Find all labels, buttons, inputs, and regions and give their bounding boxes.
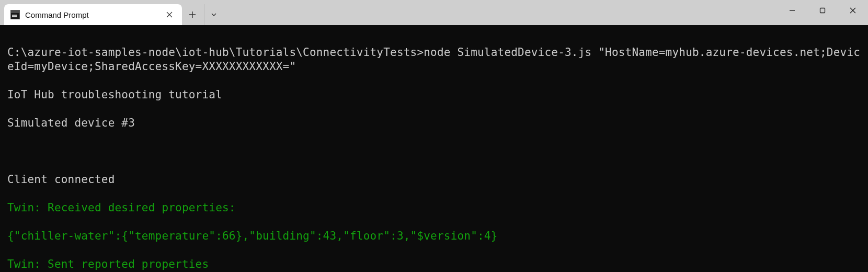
close-icon — [849, 7, 856, 14]
new-tab-button[interactable] — [182, 4, 203, 25]
terminal-line-twin-sent: Twin: Sent reported properties — [7, 257, 861, 271]
terminal-line-twin-json: {"chiller-water":{"temperature":66},"bui… — [7, 229, 861, 243]
command-prompt-icon — [10, 10, 20, 19]
close-window-button[interactable] — [838, 0, 868, 21]
terminal-line: Client connected — [7, 173, 861, 187]
close-icon — [166, 12, 173, 18]
titlebar: Command Prompt — [0, 0, 868, 25]
terminal-line: Simulated device #3 — [7, 116, 861, 130]
tab-close-button[interactable] — [163, 8, 176, 21]
terminal-output[interactable]: C:\azure-iot-samples-node\iot-hub\Tutori… — [0, 25, 868, 272]
terminal-line: IoT Hub troubleshooting tutorial — [7, 88, 861, 102]
minimize-button[interactable] — [777, 0, 807, 21]
tab-command-prompt[interactable]: Command Prompt — [4, 4, 182, 25]
minimize-icon — [789, 7, 796, 14]
terminal-command-line: C:\azure-iot-samples-node\iot-hub\Tutori… — [7, 46, 861, 74]
maximize-button[interactable] — [807, 0, 838, 21]
svg-rect-0 — [820, 8, 825, 13]
plus-icon — [189, 11, 196, 18]
terminal-line-twin-received: Twin: Received desired properties: — [7, 201, 861, 215]
chevron-down-icon — [211, 12, 217, 18]
window-controls — [777, 0, 868, 25]
terminal-blank-line — [7, 144, 861, 158]
tab-title: Command Prompt — [25, 10, 158, 19]
maximize-icon — [819, 7, 826, 14]
tab-dropdown-button[interactable] — [204, 4, 223, 25]
